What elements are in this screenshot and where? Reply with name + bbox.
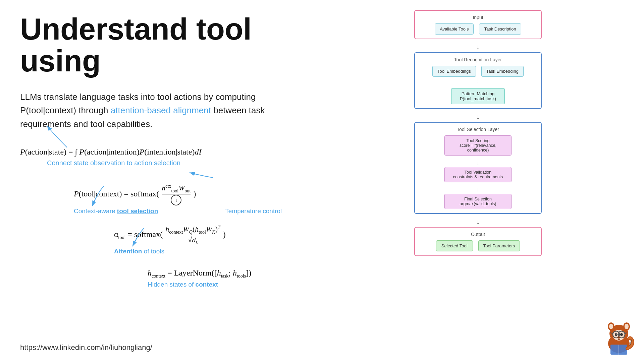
formula-2-block: P(tool|context) = softmax( hctxtoolWout … [20, 184, 302, 205]
svg-point-14 [620, 333, 623, 336]
pattern-line1: Pattern Matching [462, 91, 494, 96]
scoring-line2: score = f(relevance, confidence) [460, 143, 496, 153]
desc-highlight: attention-based alignment [111, 105, 211, 115]
formula-1-block: P(action|state) = ∫ P(action|intention)P… [20, 147, 302, 157]
formula-1: P(action|state) = ∫ P(action|intention)P… [20, 147, 201, 156]
mascot [600, 318, 637, 355]
recognition-row: Tool Embeddings Task Embedding [420, 66, 536, 77]
final-line2: argmax(valid_tools) [460, 201, 496, 206]
tool-scoring-box: Tool Scoring score = f(relevance, confid… [444, 135, 512, 156]
selected-tool-box: Selected Tool [436, 240, 473, 251]
description: LLMs translate language tasks into tool … [20, 90, 295, 131]
f2-highlight: tool selection [117, 207, 158, 215]
output-label: Output [420, 232, 536, 237]
formula-4-block: hcontext = LayerNorm([htask; htools]) [20, 268, 302, 279]
svg-point-13 [615, 333, 618, 336]
arrow-inner-2: ↓ [420, 160, 536, 166]
frac-3: hcontextWQ(htoolWK)T √dk [165, 225, 220, 246]
final-selection-box: Final Selection argmax(valid_tools) [444, 194, 512, 209]
left-panel: Understand tool using LLMs translate lan… [0, 0, 322, 362]
arrow-1: ↓ [414, 43, 542, 51]
formula-3-block: αtool = softmax( hcontextWQ(htoolWK)T √d… [20, 225, 302, 246]
tau-circle: τ [171, 195, 181, 205]
tool-embeddings-box: Tool Embeddings [432, 66, 476, 77]
final-row: Final Selection argmax(valid_tools) [420, 194, 536, 209]
frac-2: hctxtoolWout τ [162, 184, 191, 205]
tool-parameters-box: Tool Parameters [478, 240, 520, 251]
formula-4-annotation: Hidden states of context [20, 281, 302, 288]
arrow-2: ↓ [414, 113, 542, 121]
formula-4: hcontext = LayerNorm([htask; htools]) [148, 268, 251, 277]
f4-label: Hidden states of context [148, 281, 218, 288]
pattern-row: Pattern Matching P(tool_match|task) [420, 85, 536, 104]
validation-row: Tool Validation constraints & requiremen… [420, 167, 536, 186]
pattern-line2: P(tool_match|task) [460, 96, 496, 101]
f4-hidden: Hidden states of [148, 281, 196, 288]
input-section: Input Available Tools Task Description [414, 10, 542, 39]
input-label: Input [420, 15, 536, 20]
url-text: https://www.linkedin.com/in/liuhongliang… [20, 343, 152, 352]
f3-of-tools: of tools [144, 248, 164, 255]
svg-point-6 [609, 324, 613, 329]
pattern-matching-box: Pattern Matching P(tool_match|task) [451, 88, 505, 104]
formula-1-annotation: Connect state observation to action sele… [20, 159, 302, 167]
right-panel: Input Available Tools Task Description ↓… [322, 0, 644, 362]
f1-label: Connect state observation to action sele… [47, 159, 180, 167]
tau-label: Temperature control [225, 207, 282, 215]
arrow-3: ↓ [414, 218, 542, 226]
formula-3: αtool = softmax( hcontextWQ(htoolWK)T √d… [114, 230, 226, 239]
output-row: Selected Tool Tool Parameters [420, 240, 536, 251]
svg-point-17 [618, 337, 620, 339]
final-line1: Final Selection [464, 197, 492, 201]
svg-point-7 [625, 324, 629, 329]
diagram-container: Input Available Tools Task Description ↓… [414, 10, 542, 256]
f3-label: Attention of tools [114, 248, 164, 255]
recognition-section: Tool Recognition Layer Tool Embeddings T… [414, 52, 542, 109]
task-description-box: Task Description [479, 23, 521, 35]
f4-context: context [196, 281, 218, 288]
selection-section: Tool Selection Layer Tool Scoring score … [414, 122, 542, 214]
tool-validation-box: Tool Validation constraints & requiremen… [444, 167, 512, 182]
recognition-label: Tool Recognition Layer [420, 57, 536, 62]
arrow-inner-3: ↓ [420, 187, 536, 193]
arrow-inner-1: ↓ [420, 78, 536, 84]
validation-line1: Tool Validation [465, 170, 491, 175]
svg-point-15 [616, 334, 617, 334]
task-embedding-box: Task Embedding [481, 66, 524, 77]
scoring-row: Tool Scoring score = f(relevance, confid… [420, 135, 536, 159]
mascot-svg [600, 318, 637, 355]
svg-point-16 [622, 334, 622, 334]
input-row: Available Tools Task Description [420, 23, 536, 35]
output-section: Output Selected Tool Tool Parameters [414, 227, 542, 256]
scoring-line1: Tool Scoring [467, 138, 490, 143]
page-title: Understand tool using [20, 13, 302, 77]
formula-3-annotation: Attention of tools [20, 248, 302, 255]
validation-line2: constraints & requirements [453, 175, 503, 179]
f2-context-label: Context-aware tool selection [74, 207, 158, 215]
formula-2-annotations: Context-aware tool selection Temperature… [20, 207, 302, 215]
available-tools-box: Available Tools [435, 23, 474, 35]
selection-label: Tool Selection Layer [420, 127, 536, 132]
f3-attention: Attention [114, 248, 142, 255]
formula-2: P(tool|context) = softmax( hctxtoolWout … [74, 189, 196, 198]
